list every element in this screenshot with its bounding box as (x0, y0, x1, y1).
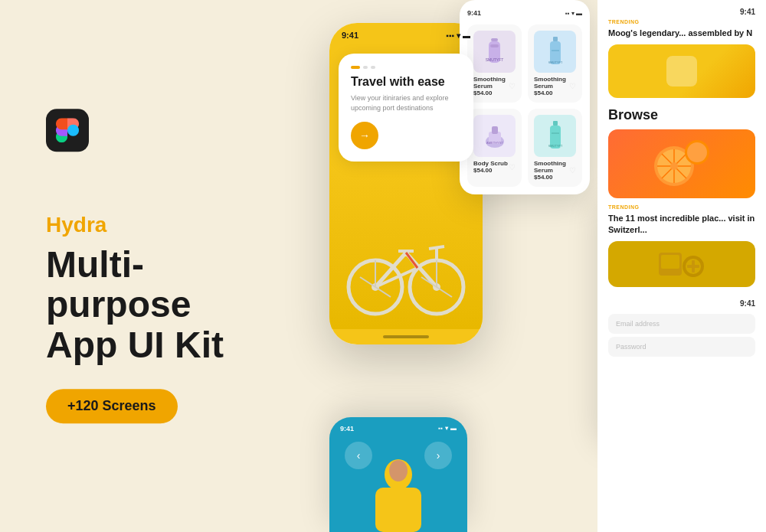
svg-rect-21 (553, 37, 558, 41)
heart-icon[interactable]: ♡ (509, 82, 516, 90)
bike-image (329, 161, 483, 329)
bottom-phone: 9:41 ▪▪ ▾ ▬ ‹ › (329, 417, 467, 532)
product-image: AMETHYST (473, 115, 516, 157)
status-time: 9:41 (342, 31, 358, 40)
svg-text:SMUTYFT: SMUTYFT (548, 144, 562, 148)
rp-article-title: Moog's legendary... assembled by N (597, 28, 766, 38)
shop-item-price: $54.00 (473, 167, 508, 174)
svg-rect-29 (553, 121, 558, 126)
svg-rect-45 (661, 255, 679, 269)
svg-rect-17 (491, 38, 498, 41)
bottom-status-time: 9:41 (340, 425, 354, 432)
shop-item-price: $54.00 (473, 90, 509, 96)
figma-logo (46, 109, 89, 152)
card-dots (351, 66, 461, 69)
rp-trending-label: TRENDING (597, 19, 766, 24)
product-image: SMUTYFT (534, 115, 576, 157)
shop-status-icons: ▪▪ ▾ ▬ (565, 10, 582, 17)
shop-item: SMUTYFT Smoothing Serum $54.00 ♡ (528, 24, 582, 103)
email-placeholder: Email address (616, 320, 660, 328)
brand-name: Hydra (46, 213, 260, 237)
shop-item: SMUTYFT Smoothing Serum $54.00 ♡ (528, 109, 582, 187)
browse-title: Browse (597, 107, 766, 123)
battery-icon: ▬ (450, 425, 457, 432)
dot-active (351, 66, 360, 69)
heart-icon[interactable]: ♡ (569, 166, 576, 175)
rp-status-bottom: 9:41 (597, 293, 766, 311)
card-overlay: Travel with ease View your itiniraries a… (339, 54, 473, 162)
phone-status-bar: 9:41 ▪▪▪ ▾ ▬ (329, 23, 483, 43)
svg-point-41 (670, 162, 678, 170)
shop-status-time: 9:41 (467, 9, 481, 17)
battery-icon: ▬ (463, 31, 470, 40)
shop-item-price: $54.00 (534, 90, 569, 96)
shop-item: AMETHYST Body Scrub $54.00 ♡ (467, 109, 522, 187)
svg-rect-27 (492, 126, 498, 134)
signal-icon: ▪▪ (438, 425, 443, 432)
signal-icon: ▪▪▪ (446, 31, 454, 40)
email-input[interactable]: Email address (608, 314, 755, 334)
card-subtitle: View your itiniraries and explore upcomi… (351, 93, 461, 113)
heart-icon[interactable]: ♡ (569, 82, 576, 90)
wifi-icon: ▾ (445, 425, 448, 432)
dot-inactive (363, 66, 368, 69)
bottom-phone-status: 9:41 ▪▪ ▾ ▬ (329, 417, 467, 436)
password-input[interactable]: Password (608, 337, 755, 357)
svg-line-16 (406, 253, 417, 268)
rp-gold-thumbnail (608, 241, 755, 287)
bottom-status-icons: ▪▪ ▾ ▬ (438, 425, 457, 432)
svg-rect-19 (490, 44, 499, 47)
product-image: SMUTYFT (534, 31, 576, 73)
svg-point-52 (389, 460, 408, 481)
dot-inactive-2 (371, 66, 375, 69)
password-placeholder: Password (616, 343, 647, 351)
person-image (360, 455, 437, 532)
shop-item-name: Smoothing Serum (473, 76, 509, 90)
shop-item-name: Body Scrub (473, 160, 508, 167)
screens-badge[interactable]: +120 Screens (46, 389, 178, 423)
browse-thumbnail (608, 129, 755, 198)
right-panel: 9:41 TRENDING Moog's legendary... assemb… (597, 0, 766, 532)
shop-grid: SMUTYFT Smoothing Serum $54.00 ♡ SMUTYFT (467, 24, 582, 187)
status-icons: ▪▪▪ ▾ ▬ (446, 31, 470, 40)
rp-article2-title: The 11 most incredible plac... visit in … (597, 213, 766, 235)
shop-item-price: $54.00 (534, 174, 569, 181)
svg-text:AMETHYST: AMETHYST (486, 141, 503, 145)
main-title: Multi-purpose App UI Kit (46, 245, 260, 366)
shop-item-name: Smoothing Serum (534, 160, 569, 174)
wifi-icon: ▾ (457, 31, 460, 40)
card-title: Travel with ease (351, 75, 461, 89)
heart-icon[interactable]: ♡ (509, 163, 516, 171)
rp-trending2-label: TRENDING (597, 204, 766, 210)
svg-text:SMUTYFT: SMUTYFT (548, 60, 562, 64)
left-section: Hydra Multi-purpose App UI Kit +120 Scre… (46, 109, 260, 423)
svg-rect-51 (375, 488, 421, 532)
arrow-button[interactable]: → (351, 122, 378, 149)
shop-item-name: Smoothing Serum (534, 76, 569, 90)
rp-status-time: 9:41 (597, 0, 766, 19)
svg-point-43 (687, 142, 707, 162)
svg-rect-49 (692, 260, 695, 273)
home-indicator (383, 335, 429, 338)
rp-article-thumbnail (608, 44, 755, 98)
svg-text:SMUTYFT: SMUTYFT (486, 57, 504, 62)
